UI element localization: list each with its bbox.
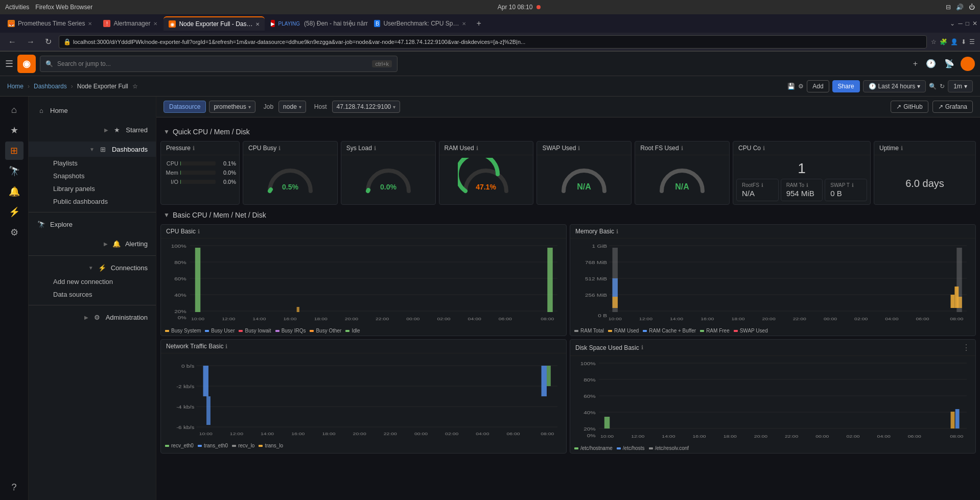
zoom-out-icon[interactable]: 🔍 <box>929 83 937 90</box>
nav-library-panels[interactable]: Library panels <box>45 182 156 195</box>
nav-snapshots[interactable]: Snapshots <box>45 170 156 182</box>
disk-space-info[interactable]: ℹ <box>641 344 643 351</box>
tab-close-node[interactable]: ✕ <box>255 21 260 27</box>
time-range-picker[interactable]: 🕐 Last 24 hours ▾ <box>863 80 926 92</box>
refresh-icon[interactable]: ↻ <box>940 83 945 90</box>
nav-chevron-admin: ▶ <box>84 315 88 320</box>
job-select[interactable]: node ▾ <box>278 101 306 113</box>
plus-icon[interactable]: + <box>911 57 920 70</box>
nav-explore[interactable]: 🔭 Explore <box>29 217 156 232</box>
tab-close-alertmanager[interactable]: ✕ <box>153 21 157 27</box>
github-label: GitHub <box>903 103 922 110</box>
sidebar-item-alerting[interactable]: 🔔 <box>5 182 24 201</box>
idle-dot <box>345 330 349 332</box>
new-tab-button[interactable]: + <box>472 19 485 28</box>
nav-alerting[interactable]: ▶ 🔔 Alerting <box>29 236 156 251</box>
disk-space-menu[interactable]: ⋮ <box>962 343 970 352</box>
section-basic-cpu[interactable]: ▼ Basic CPU / Mem / Net / Disk <box>160 209 976 221</box>
breadcrumb-home[interactable]: Home <box>7 83 24 90</box>
tab-close-userbench[interactable]: ✕ <box>462 21 466 27</box>
nav-sub-connections: Add new connection Data sources <box>29 275 156 301</box>
github-link[interactable]: ↗ GitHub <box>891 101 928 113</box>
host-select[interactable]: 47.128.74.122:9100 ▾ <box>332 101 401 113</box>
pressure-info-icon[interactable]: ℹ <box>193 145 195 152</box>
sidebar-item-connections[interactable]: ⚡ <box>5 203 24 221</box>
feed-icon[interactable]: 📡 <box>942 57 956 70</box>
search-bar[interactable]: 🔍 Search or jump to... ctrl+k <box>40 56 398 72</box>
save-icon[interactable]: 💾 <box>787 83 795 90</box>
sidebar-item-explore[interactable]: 🔭 <box>5 162 24 180</box>
rootfs-info-icon[interactable]: ℹ <box>761 182 763 188</box>
profile-icon[interactable]: 👤 <box>950 38 958 45</box>
tab-node-exporter[interactable]: ◉ Node Exporter Full - Das… ✕ <box>164 16 265 31</box>
settings-icon[interactable]: ⚙ <box>798 83 804 90</box>
sidebar-item-home[interactable]: ⌂ <box>5 101 24 119</box>
datasource-select[interactable]: prometheus ▾ <box>209 101 255 113</box>
os-activities[interactable]: Activities <box>5 4 29 11</box>
nav-playlists[interactable]: Playlists <box>45 157 156 170</box>
ramto-info-icon[interactable]: ℹ <box>806 182 808 188</box>
cpu-busy-info[interactable]: ℹ <box>278 145 281 152</box>
tab-prometheus[interactable]: 🦊 Prometheus Time Series ✕ <box>3 16 97 31</box>
sidebar-item-help[interactable]: ? <box>5 478 24 496</box>
nav-connections[interactable]: ▼ ⚡ Connections <box>29 260 156 275</box>
os-browser-label[interactable]: Firefox Web Browser <box>35 4 92 11</box>
share-button[interactable]: Share <box>832 80 860 92</box>
minimize-icon[interactable]: ─ <box>958 20 963 27</box>
user-avatar[interactable] <box>961 57 975 71</box>
downloads-icon[interactable]: ⬇ <box>961 38 966 45</box>
sidebar-toggle[interactable]: ☰ <box>5 58 13 69</box>
external-link-icon: ↗ <box>896 103 901 110</box>
host-label: Host <box>312 103 329 110</box>
refresh-button[interactable]: ↻ <box>42 36 55 47</box>
nav-public-dashboards[interactable]: Public dashboards <box>45 195 156 208</box>
star-icon[interactable]: ☆ <box>132 83 138 90</box>
sidebar-item-dashboards[interactable]: ⊞ <box>5 141 24 160</box>
nav-administration[interactable]: ▶ ⚙ Administration <box>29 309 156 325</box>
add-button[interactable]: Add <box>807 80 829 92</box>
sys-load-info[interactable]: ℹ <box>374 145 376 152</box>
tab-alertmanager[interactable]: ! Alertmanager ✕ <box>98 16 162 31</box>
nav-home[interactable]: ⌂ Home <box>29 103 156 118</box>
job-arrow: ▾ <box>299 104 301 110</box>
cpu-basic-info[interactable]: ℹ <box>198 228 200 235</box>
refresh-interval[interactable]: 1m ▾ <box>948 80 973 92</box>
swap-used-info[interactable]: ℹ <box>578 145 580 152</box>
back-button[interactable]: ← <box>5 36 19 47</box>
nav-data-sources[interactable]: Data sources <box>45 288 156 301</box>
svg-text:256 MiB: 256 MiB <box>585 293 607 297</box>
memory-basic-info[interactable]: ℹ <box>616 228 618 235</box>
network-traffic-info[interactable]: ℹ <box>225 343 227 350</box>
nav-starred[interactable]: ▶ ★ Starred <box>29 122 156 137</box>
forward-button[interactable]: → <box>24 36 38 47</box>
uptime-info[interactable]: ℹ <box>901 145 903 152</box>
swapt-info-icon[interactable]: ℹ <box>852 182 854 188</box>
tab-close-prometheus[interactable]: ✕ <box>88 21 92 27</box>
section-quick-cpu[interactable]: ▼ Quick CPU / Mem / Disk <box>160 126 976 138</box>
ram-used-title: RAM Used <box>445 145 474 152</box>
tab-userbench[interactable]: B UserBenchmark: CPU Sp… ✕ <box>369 16 471 31</box>
cpu-count-info[interactable]: ℹ <box>763 145 765 152</box>
breadcrumb-dashboards[interactable]: Dashboards <box>34 83 67 90</box>
svg-text:12:00: 12:00 <box>631 434 644 439</box>
grafana-link[interactable]: ↗ Grafana <box>932 101 973 113</box>
clock-icon[interactable]: 🕐 <box>924 57 938 70</box>
ram-used-info[interactable]: ℹ <box>476 145 478 152</box>
grafana-header: ☰ ◉ 🔍 Search or jump to... ctrl+k + 🕐 📡 <box>0 52 980 76</box>
sidebar-item-administration[interactable]: ⚙ <box>5 223 24 242</box>
cpu-count-body: 1 RootFS ℹ N/A RAM To <box>733 155 870 204</box>
nav-dashboards[interactable]: ▼ ⊞ Dashboards <box>29 141 156 157</box>
close-icon[interactable]: ✕ <box>972 20 977 27</box>
svg-text:0 B: 0 B <box>598 313 607 318</box>
maximize-icon[interactable]: □ <box>966 20 969 27</box>
extensions-icon[interactable]: 🧩 <box>940 38 947 45</box>
disk-space-svg: 100% 80% 60% 40% 20% 0% 10 <box>572 358 973 440</box>
root-fs-info[interactable]: ℹ <box>681 145 683 152</box>
menu-icon[interactable]: ☰ <box>969 38 975 45</box>
tab-list-icon[interactable]: ⌄ <box>950 20 955 27</box>
nav-add-connection[interactable]: Add new connection <box>45 275 156 288</box>
tab-youtube[interactable]: ▶ PLAYING (58) Đen - hai triệu năm /… ✕ <box>266 16 368 31</box>
url-bar[interactable]: 🔒 localhost:3000/d/rYdddlPWk/node-export… <box>59 35 927 49</box>
bookmark-icon[interactable]: ☆ <box>931 38 937 45</box>
sidebar-item-starred[interactable]: ★ <box>5 121 24 139</box>
